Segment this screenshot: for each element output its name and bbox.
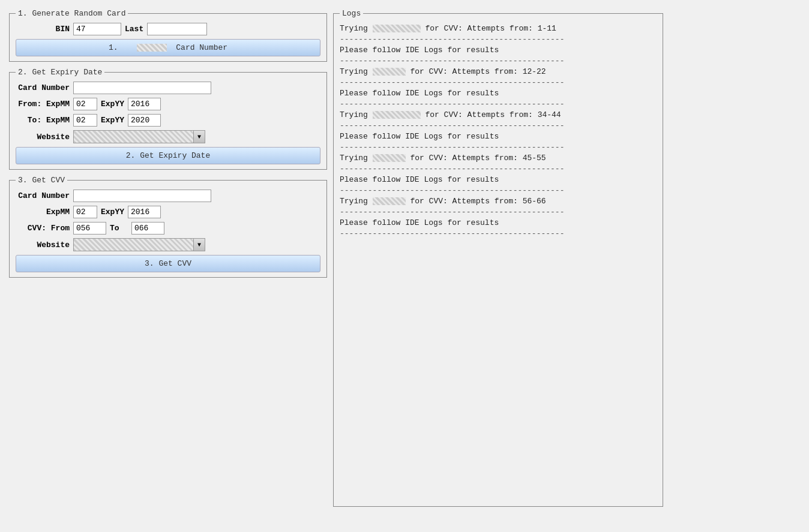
section2-from-label: From: ExpMM [16,100,70,109]
section3-expmm-label: ExpMM [16,208,70,217]
logs-legend: Logs [340,9,363,18]
logs-content: Trying for CVV: Attempts from: 1-11 ----… [340,23,657,239]
section2-to-yy-label: ExpYY [101,116,124,125]
section2-from-yy-input[interactable] [128,98,161,110]
section3-expmm-input[interactable] [73,206,97,218]
log-line-8: Please follow IDE Logs for results [340,174,657,185]
section3-website-masked [73,238,193,251]
section2-card-input[interactable] [73,82,211,94]
main-container: 1. Generate Random Card BIN Last 1. Card… [6,6,666,516]
log-line-3: Trying for CVV: Attempts from: 12-22 [340,66,657,77]
log-line-4: Please follow IDE Logs for results [340,88,657,99]
left-panel: 1. Generate Random Card BIN Last 1. Card… [6,6,330,516]
divider-1: ----------------------------------------… [340,34,657,44]
log-line-2: Please follow IDE Logs for results [340,44,657,56]
last-input[interactable] [147,23,207,35]
masked-3 [373,68,406,76]
section2-to-mm-input[interactable] [73,114,97,127]
section2-website-masked [73,130,193,143]
section2-from-yy-label: ExpYY [101,100,124,109]
section3-dropdown-btn[interactable]: ▼ [193,238,205,251]
section2-to-row: To: ExpMM ExpYY [16,114,320,127]
log-line-7: Trying for CVV: Attempts from: 45-55 [340,152,657,164]
section3-website-row: Website ▼ [16,238,320,251]
section2-dropdown-btn[interactable]: ▼ [193,130,205,143]
section1-legend: 1. Generate Random Card [16,9,128,18]
log-line-9: Trying for CVV: Attempts from: 56-66 [340,196,657,207]
log-line-5: Trying for CVV: Attempts from: 34-44 [340,109,657,121]
section3-expyy-label: ExpYY [101,208,124,217]
section2-website-row: Website ▼ [16,130,320,143]
section3-website-select-wrapper: ▼ [73,238,205,251]
section2-card-row: Card Number [16,82,320,94]
section3-cvv-from-label: CVV: From [16,224,70,233]
section1-bin-row: BIN Last [16,23,320,35]
divider-9: ----------------------------------------… [340,207,657,217]
section2-fieldset: 2. Get Expiry Date Card Number From: Exp… [9,68,327,170]
section3-exp-row: ExpMM ExpYY [16,206,320,218]
section3-cvv-row: CVV: From To [16,222,320,235]
section2-to-label: To: ExpMM [16,116,70,125]
section3-cvv-from-input[interactable] [73,222,106,235]
last-label: Last [125,25,143,34]
bin-input[interactable] [73,23,121,35]
section3-legend: 3. Get CVV [16,176,67,185]
divider-3: ----------------------------------------… [340,77,657,88]
divider-7: ----------------------------------------… [340,164,657,174]
divider-10: ----------------------------------------… [340,229,657,239]
section2-to-yy-input[interactable] [128,114,161,127]
section3-card-input[interactable] [73,190,211,202]
section3-cvv-to-label: To [110,224,128,233]
divider-5: ----------------------------------------… [340,121,657,131]
section3-card-label: Card Number [16,191,70,200]
section2-legend: 2. Get Expiry Date [16,68,104,77]
section2-card-label: Card Number [16,83,70,92]
section3-website-label: Website [16,241,70,250]
log-line-6: Please follow IDE Logs for results [340,131,657,142]
masked-1 [373,25,421,32]
section3-expyy-input[interactable] [128,206,161,218]
right-panel: Logs Trying for CVV: Attempts from: 1-11… [330,6,666,516]
divider-4: ----------------------------------------… [340,99,657,109]
masked-7 [373,154,406,162]
section2-website-label: Website [16,133,70,142]
get-cvv-button[interactable]: 3. Get CVV [16,255,320,272]
section3-card-row: Card Number [16,190,320,202]
divider-6: ----------------------------------------… [340,142,657,152]
masked-5 [373,111,421,119]
section2-from-row: From: ExpMM ExpYY [16,98,320,110]
get-expiry-button[interactable]: 2. Get Expiry Date [16,147,320,164]
section2-from-mm-input[interactable] [73,98,97,110]
log-line-1: Trying for CVV: Attempts from: 1-11 [340,23,657,34]
masked-9 [373,197,406,205]
logs-fieldset: Logs Trying for CVV: Attempts from: 1-11… [333,9,663,507]
section3-cvv-to-input[interactable] [131,222,164,235]
divider-8: ----------------------------------------… [340,185,657,196]
divider-2: ----------------------------------------… [340,56,657,66]
section3-fieldset: 3. Get CVV Card Number ExpMM ExpYY CVV: … [9,176,327,278]
log-line-10: Please follow IDE Logs for results [340,217,657,229]
section2-website-select-wrapper: ▼ [73,130,205,143]
generate-card-button[interactable]: 1. Card Number [16,39,320,56]
bin-label: BIN [16,25,70,34]
section1-fieldset: 1. Generate Random Card BIN Last 1. Card… [9,9,327,62]
